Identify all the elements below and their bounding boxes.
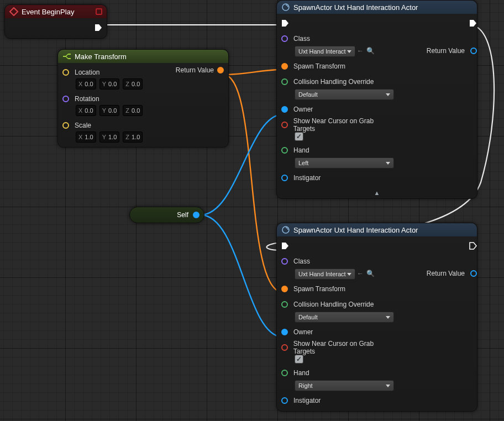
function-icon bbox=[281, 225, 290, 234]
svg-marker-6 bbox=[282, 20, 288, 27]
hand-label: Hand bbox=[293, 369, 309, 377]
show-near-label: Show Near Cursor on Grab Targets bbox=[293, 340, 394, 355]
chevron-down-icon bbox=[386, 385, 390, 387]
instigator-label: Instigator bbox=[293, 174, 321, 182]
scale-pin[interactable] bbox=[62, 122, 69, 129]
collision-label: Collision Handling Override bbox=[293, 301, 374, 308]
instigator-label: Instigator bbox=[293, 397, 321, 404]
collision-pin[interactable] bbox=[281, 301, 288, 308]
spawn-actor-node-1[interactable]: SpawnActor Uxt Hand Interaction Actor Cl… bbox=[276, 0, 477, 199]
class-dropdown[interactable]: Uxt Hand Interact bbox=[295, 46, 355, 57]
node-title: SpawnActor Uxt Hand Interaction Actor bbox=[293, 3, 418, 12]
browse-asset-button[interactable]: ← bbox=[355, 46, 365, 56]
find-asset-button[interactable]: 🔍 bbox=[365, 269, 375, 278]
svg-marker-0 bbox=[10, 8, 18, 15]
expand-node-button[interactable]: ▲ bbox=[277, 188, 477, 198]
instigator-pin[interactable] bbox=[281, 397, 288, 404]
node-title: SpawnActor Uxt Hand Interaction Actor bbox=[293, 226, 418, 234]
svg-marker-10 bbox=[470, 243, 476, 249]
node-title: Event BeginPlay bbox=[22, 8, 74, 16]
node-header[interactable]: Event BeginPlay bbox=[5, 5, 107, 18]
class-pin[interactable] bbox=[281, 35, 288, 42]
rotation-x-input[interactable]: X0.0 bbox=[76, 105, 96, 116]
location-y-input[interactable]: Y0.0 bbox=[99, 78, 120, 90]
scale-y-input[interactable]: Y1.0 bbox=[99, 131, 120, 143]
exec-out-pin[interactable] bbox=[95, 24, 102, 31]
chevron-down-icon bbox=[386, 93, 390, 96]
return-value-pin[interactable] bbox=[470, 48, 477, 54]
collision-dropdown[interactable]: Default bbox=[295, 312, 394, 323]
node-title: Make Transform bbox=[75, 52, 127, 61]
location-z-input[interactable]: Z0.0 bbox=[123, 78, 143, 90]
find-asset-button[interactable]: 🔍 bbox=[365, 46, 375, 56]
make-transform-node[interactable]: Make Transform Location X0.0 Y0.0 Z0.0 R… bbox=[57, 49, 229, 148]
class-pin[interactable] bbox=[281, 258, 288, 265]
show-near-pin[interactable] bbox=[281, 122, 288, 128]
browse-asset-button[interactable]: ← bbox=[355, 269, 365, 278]
scale-label: Scale bbox=[75, 122, 91, 129]
rotation-pin[interactable] bbox=[62, 96, 69, 102]
make-struct-icon bbox=[62, 52, 71, 61]
svg-rect-3 bbox=[68, 54, 71, 55]
owner-label: Owner bbox=[293, 328, 313, 336]
show-near-label: Show Near Cursor on Grab Targets bbox=[293, 117, 394, 133]
owner-pin[interactable] bbox=[281, 329, 288, 335]
exec-in-pin[interactable] bbox=[281, 242, 289, 250]
return-value-label: Return Value bbox=[427, 47, 465, 55]
function-icon bbox=[281, 3, 290, 12]
class-dropdown[interactable]: Uxt Hand Interact bbox=[295, 269, 355, 280]
chevron-down-icon bbox=[347, 50, 351, 53]
rotation-y-input[interactable]: Y0.0 bbox=[99, 105, 120, 116]
node-header[interactable]: Make Transform bbox=[58, 50, 228, 63]
show-near-checkbox[interactable]: ✓ bbox=[295, 355, 303, 364]
node-header[interactable]: SpawnActor Uxt Hand Interaction Actor bbox=[277, 223, 477, 236]
class-label: Class bbox=[293, 257, 310, 265]
self-node[interactable]: Self bbox=[129, 207, 204, 223]
collision-pin[interactable] bbox=[281, 78, 288, 85]
spawn-actor-node-2[interactable]: SpawnActor Uxt Hand Interaction Actor Cl… bbox=[276, 223, 477, 412]
location-label: Location bbox=[75, 69, 99, 76]
return-value-label: Return Value bbox=[176, 66, 214, 74]
spawn-transform-pin[interactable] bbox=[281, 63, 288, 70]
hand-pin[interactable] bbox=[281, 370, 288, 376]
rotation-label: Rotation bbox=[75, 95, 99, 103]
svg-marker-7 bbox=[470, 20, 476, 27]
self-out-pin[interactable] bbox=[193, 212, 200, 218]
collision-label: Collision Handling Override bbox=[293, 78, 374, 86]
return-value-pin[interactable] bbox=[217, 67, 224, 73]
spawn-transform-pin[interactable] bbox=[281, 286, 288, 292]
node-header[interactable]: SpawnActor Uxt Hand Interaction Actor bbox=[277, 1, 477, 14]
hand-pin[interactable] bbox=[281, 147, 288, 154]
hand-dropdown[interactable]: Left bbox=[295, 157, 394, 169]
scale-z-input[interactable]: Z1.0 bbox=[123, 131, 143, 143]
rotation-z-input[interactable]: Z0.0 bbox=[123, 105, 143, 116]
return-value-label: Return Value bbox=[427, 270, 465, 277]
chevron-down-icon bbox=[386, 162, 390, 165]
instigator-pin[interactable] bbox=[281, 175, 288, 181]
hand-label: Hand bbox=[293, 146, 309, 154]
chevron-down-icon bbox=[347, 273, 351, 276]
spawn-transform-label: Spawn Transform bbox=[293, 62, 345, 70]
exec-in-pin[interactable] bbox=[281, 19, 289, 27]
hand-dropdown[interactable]: Right bbox=[295, 380, 394, 391]
collision-dropdown[interactable]: Default bbox=[295, 89, 394, 100]
event-beginplay-node[interactable]: Event BeginPlay bbox=[4, 4, 107, 39]
event-icon bbox=[9, 7, 18, 16]
location-pin[interactable] bbox=[62, 69, 69, 76]
chevron-down-icon bbox=[386, 316, 390, 319]
exec-out-pin[interactable] bbox=[469, 19, 477, 27]
exec-out-pin[interactable] bbox=[469, 242, 477, 250]
svg-rect-2 bbox=[63, 56, 66, 57]
delegate-pin[interactable] bbox=[96, 8, 102, 15]
show-near-checkbox[interactable]: ✓ bbox=[295, 132, 303, 141]
owner-pin[interactable] bbox=[281, 106, 288, 113]
return-value-pin[interactable] bbox=[470, 270, 477, 277]
svg-marker-1 bbox=[95, 24, 102, 31]
class-label: Class bbox=[293, 35, 310, 43]
svg-marker-9 bbox=[282, 243, 288, 249]
scale-x-input[interactable]: X1.0 bbox=[76, 131, 96, 143]
self-label: Self bbox=[177, 211, 188, 219]
svg-rect-4 bbox=[68, 58, 71, 59]
location-x-input[interactable]: X0.0 bbox=[76, 78, 96, 90]
show-near-pin[interactable] bbox=[281, 344, 288, 351]
